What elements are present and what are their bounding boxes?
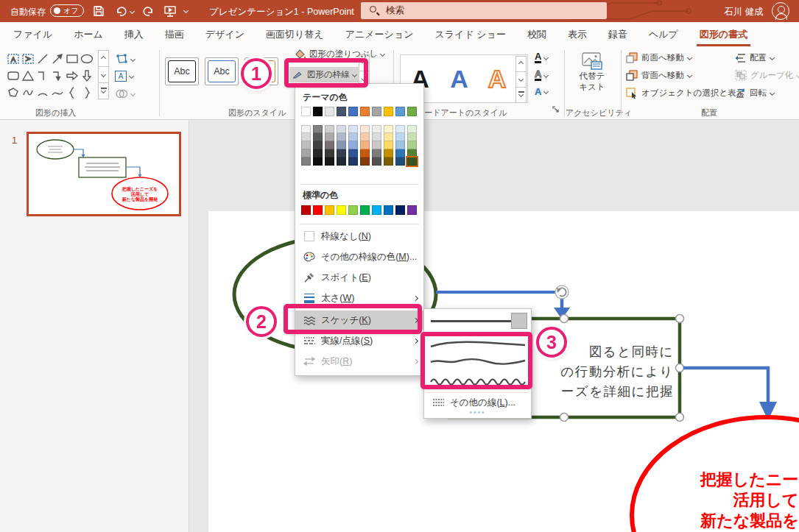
theme-color-swatch[interactable] bbox=[301, 107, 311, 116]
rounded-rectangle-icon[interactable] bbox=[6, 67, 21, 84]
right-brace-icon[interactable] bbox=[80, 84, 94, 101]
rotate-button[interactable]: 回転 bbox=[735, 88, 774, 99]
quick-access-more-icon[interactable] bbox=[183, 8, 189, 13]
tab-view[interactable]: 表示 bbox=[568, 22, 587, 46]
theme-variant-swatch[interactable] bbox=[301, 149, 311, 157]
curve-icon[interactable] bbox=[50, 84, 65, 101]
arc-icon[interactable] bbox=[35, 84, 50, 101]
theme-variant-swatch[interactable] bbox=[360, 141, 370, 149]
arrow-right-icon[interactable] bbox=[65, 67, 80, 84]
standard-color-swatch[interactable] bbox=[372, 205, 381, 215]
start-slideshow-icon[interactable] bbox=[163, 4, 177, 18]
theme-variant-swatch[interactable] bbox=[313, 141, 323, 149]
send-backward-button[interactable]: 背面へ移動 bbox=[626, 70, 691, 81]
standard-color-swatch[interactable] bbox=[337, 205, 346, 215]
line-arrow-icon[interactable] bbox=[50, 50, 65, 67]
standard-color-swatch[interactable] bbox=[384, 205, 393, 215]
theme-variant-swatch[interactable] bbox=[360, 149, 370, 157]
tab-review[interactable]: 校閲 bbox=[527, 22, 546, 46]
tab-home[interactable]: ホーム bbox=[74, 22, 103, 46]
wordart-scroll-down-button[interactable] bbox=[515, 71, 527, 88]
sketch-option-straight[interactable] bbox=[429, 313, 527, 330]
theme-variant-swatch[interactable] bbox=[384, 133, 393, 141]
theme-variant-swatch[interactable] bbox=[372, 149, 381, 157]
standard-color-swatch[interactable] bbox=[301, 205, 311, 215]
theme-variant-swatch[interactable] bbox=[325, 149, 334, 157]
menu-item-dashes[interactable]: 実線/点線(S) bbox=[295, 333, 423, 349]
theme-variant-swatch[interactable] bbox=[313, 157, 323, 166]
slide-thumbnail[interactable]: 把握したニーズを 活用して 新たな製品を開発 bbox=[27, 132, 181, 216]
standard-color-swatch[interactable] bbox=[348, 205, 358, 215]
align-button[interactable]: 配置 bbox=[735, 52, 774, 63]
theme-variant-swatch[interactable] bbox=[313, 133, 323, 141]
tab-help[interactable]: ヘルプ bbox=[649, 22, 678, 46]
theme-variant-swatch[interactable] bbox=[348, 157, 358, 166]
elbow-arrow-connector-icon[interactable] bbox=[50, 67, 65, 84]
text-fill-button[interactable]: A bbox=[535, 52, 548, 63]
wordart-more-button[interactable] bbox=[515, 87, 527, 103]
vertical-text-box-icon[interactable]: A bbox=[21, 50, 35, 67]
theme-variant-swatch[interactable] bbox=[337, 141, 346, 149]
theme-variant-swatch[interactable] bbox=[301, 125, 311, 133]
theme-variant-swatch[interactable] bbox=[337, 149, 346, 157]
line-icon[interactable] bbox=[35, 50, 50, 67]
theme-color-swatch[interactable] bbox=[360, 107, 370, 116]
theme-variant-swatch[interactable] bbox=[348, 133, 358, 141]
theme-variant-swatch[interactable] bbox=[372, 125, 381, 133]
rectangle-icon[interactable] bbox=[65, 50, 80, 67]
theme-variant-swatch[interactable] bbox=[384, 141, 393, 149]
gallery-scroll-down-button[interactable] bbox=[98, 66, 109, 83]
theme-color-swatch[interactable] bbox=[325, 107, 334, 116]
menu-item-no-outline[interactable]: 枠線なし(N) bbox=[295, 228, 423, 244]
alt-text-button[interactable]: 代替テ キスト bbox=[569, 52, 616, 93]
shape-style-preview-1[interactable]: Abc bbox=[165, 57, 199, 85]
standard-color-swatch[interactable] bbox=[395, 205, 405, 215]
theme-variant-swatch[interactable] bbox=[348, 149, 358, 157]
theme-color-swatch[interactable] bbox=[337, 107, 346, 116]
bring-forward-button[interactable]: 前面へ移動 bbox=[626, 52, 691, 63]
menu-item-eyedropper[interactable]: スポイト(E) bbox=[295, 269, 423, 285]
elbow-connector-icon[interactable] bbox=[35, 67, 50, 84]
standard-color-swatch[interactable] bbox=[360, 205, 370, 215]
standard-color-swatch[interactable] bbox=[407, 205, 417, 215]
theme-variant-swatch[interactable] bbox=[372, 133, 381, 141]
theme-variant-swatch[interactable] bbox=[407, 157, 417, 166]
tab-design[interactable]: デザイン bbox=[205, 22, 244, 46]
theme-variant-swatch[interactable] bbox=[395, 149, 405, 157]
undo-dropdown-icon[interactable] bbox=[130, 9, 135, 14]
theme-variant-swatch[interactable] bbox=[395, 133, 405, 141]
theme-variant-swatch[interactable] bbox=[325, 141, 334, 149]
account-avatar[interactable] bbox=[772, 2, 789, 20]
theme-color-swatch[interactable] bbox=[313, 107, 323, 116]
theme-variant-swatch[interactable] bbox=[384, 149, 393, 157]
gallery-scroll-up-button[interactable] bbox=[98, 50, 109, 67]
oval-icon[interactable] bbox=[80, 50, 94, 67]
theme-variant-swatch[interactable] bbox=[395, 125, 405, 133]
tab-transitions[interactable]: 画面切り替え bbox=[266, 22, 324, 46]
text-outline-button[interactable]: A bbox=[535, 69, 548, 81]
theme-variant-swatch[interactable] bbox=[313, 125, 323, 133]
theme-variant-swatch[interactable] bbox=[325, 157, 334, 166]
wordart-style-3[interactable]: A bbox=[479, 66, 515, 91]
theme-variant-swatch[interactable] bbox=[325, 133, 334, 141]
left-brace-icon[interactable] bbox=[65, 84, 80, 101]
selection-pane-button[interactable]: オブジェクトの選択と表示 bbox=[626, 88, 745, 99]
arrow-down-icon[interactable] bbox=[80, 67, 94, 84]
theme-variant-swatch[interactable] bbox=[407, 149, 417, 157]
redo-icon[interactable] bbox=[141, 5, 155, 17]
wordart-scroll-up-button[interactable] bbox=[515, 56, 527, 72]
tab-draw[interactable]: 描画 bbox=[165, 22, 184, 46]
theme-color-swatch[interactable] bbox=[372, 107, 381, 116]
autosave-toggle[interactable]: オフ bbox=[50, 4, 84, 17]
theme-variant-swatch[interactable] bbox=[407, 133, 417, 141]
triangle-icon[interactable] bbox=[21, 67, 35, 84]
shape-style-preview-2[interactable]: Abc bbox=[205, 57, 239, 85]
gallery-more-button[interactable] bbox=[98, 82, 109, 99]
theme-variant-swatch[interactable] bbox=[407, 125, 417, 133]
theme-variant-swatch[interactable] bbox=[360, 125, 370, 133]
theme-variant-swatch[interactable] bbox=[360, 157, 370, 166]
tab-shape-format[interactable]: 図形の書式 bbox=[700, 22, 747, 46]
theme-variant-swatch[interactable] bbox=[301, 141, 311, 149]
theme-variant-swatch[interactable] bbox=[337, 125, 346, 133]
save-icon[interactable] bbox=[93, 5, 105, 17]
